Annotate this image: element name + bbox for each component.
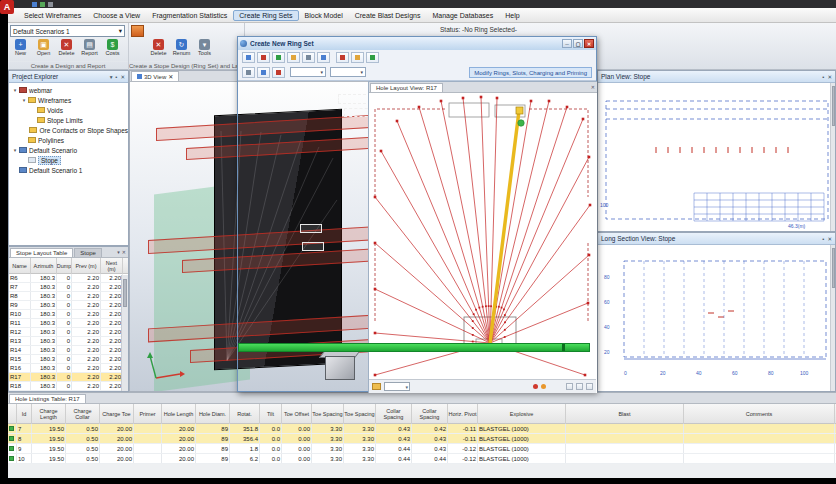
column-header-rotat-7[interactable]: Rotat.	[230, 404, 260, 424]
close-icon[interactable]: ✕	[122, 249, 126, 255]
column-header-explosive-15[interactable]: Explosive	[478, 404, 566, 424]
ribbon-icon[interactable]	[242, 67, 255, 78]
menu-tab-create-ring-sets[interactable]: Create Ring Sets	[233, 10, 298, 21]
hole-row-10[interactable]: 1019.500.5020.0020.00896.20.00.003.303.3…	[8, 454, 836, 464]
dialog-titlebar[interactable]: Create New Ring Set ─ ▢ ✕	[238, 37, 596, 50]
create-ring-set-icon[interactable]	[131, 25, 144, 37]
long-section-drawing[interactable]: 80 60 40 20 0 20 40 60 80 100	[598, 245, 835, 391]
table-row-r8[interactable]: R8180.302.202.20	[9, 292, 128, 301]
footer-dropdown[interactable]: ▾	[384, 382, 410, 391]
column-header-blast-16[interactable]: Blast	[566, 404, 684, 424]
tree-item-polylines[interactable]: Polylines	[9, 135, 128, 145]
pin-icon[interactable]: ▪	[822, 74, 824, 80]
close-icon[interactable]: ✕	[827, 74, 832, 80]
toolbar-button-delete[interactable]: ✕Delete	[147, 39, 170, 60]
column-header-hole-diam-6[interactable]: Hole Diam.	[196, 404, 230, 424]
footer-tool-icon[interactable]	[586, 383, 593, 390]
close-icon[interactable]: ✕	[591, 84, 595, 90]
table-row-r7[interactable]: R7180.302.202.20	[9, 283, 128, 292]
hole-row-8[interactable]: 819.500.5020.0020.0089356.40.00.003.303.…	[8, 434, 836, 444]
tab-stope-layout-table[interactable]: Stope Layout Table	[10, 248, 73, 257]
menu-tab-block-model[interactable]: Block Model	[299, 10, 349, 21]
column-header-prev-m[interactable]: Prev (m)	[72, 258, 101, 274]
ring-position-bar[interactable]	[238, 343, 590, 352]
column-header-azimuth[interactable]: Azimuth	[31, 258, 57, 274]
plan-view-drawing[interactable]: 100 46.3(m)	[598, 83, 835, 231]
tree-item-webmar[interactable]: ▾webmar	[9, 85, 128, 95]
toolbar-button-report[interactable]: ▤Report	[78, 39, 101, 60]
chevron-down-icon[interactable]: ▾	[110, 74, 113, 80]
column-header-name[interactable]: Name	[9, 258, 31, 274]
expand-icon[interactable]: ▾	[11, 87, 19, 93]
toolbar-button-new[interactable]: +New	[9, 39, 32, 60]
tree-item-stope-limits[interactable]: Stope Limits	[9, 115, 128, 125]
long-section-scrollbar[interactable]	[830, 245, 835, 391]
chevron-down-icon[interactable]: ▾	[117, 249, 120, 255]
column-header-toe-spacing-11[interactable]: Toe Spacing	[344, 404, 376, 424]
table-row-r14[interactable]: R14180.302.202.20	[9, 346, 128, 355]
pin-icon[interactable]: ▪	[822, 236, 824, 242]
table-row-r12[interactable]: R12180.302.202.20	[9, 328, 128, 337]
charge-color-icon[interactable]	[533, 384, 538, 389]
tree-item-default-scenario-1[interactable]: Default Scenario 1	[9, 165, 128, 175]
column-header-charge-collar-2[interactable]: Charge Collar	[66, 404, 100, 424]
menu-tab-help[interactable]: Help	[499, 10, 525, 21]
table-row-r18[interactable]: R18180.302.202.20	[9, 382, 128, 391]
ribbon-icon[interactable]	[242, 52, 255, 63]
column-header-next-m[interactable]: Next (m)	[101, 258, 123, 274]
ribbon-icon[interactable]	[351, 52, 364, 63]
table-row-r17[interactable]: R17180.302.202.20	[9, 373, 128, 382]
column-header-collar-spacing-12[interactable]: Collar Spacing	[376, 404, 412, 424]
table-row-r13[interactable]: R13180.302.202.20	[9, 337, 128, 346]
tab-stope[interactable]: Stope	[74, 248, 102, 257]
tree-item-default-scenario[interactable]: ▾Default Scenario	[9, 145, 128, 155]
minimize-button[interactable]: ─	[562, 39, 572, 48]
menu-tab-choose-a-view[interactable]: Choose a View	[87, 10, 146, 21]
folder-icon[interactable]	[372, 383, 381, 390]
close-icon[interactable]: ✕	[168, 73, 173, 80]
ring-design-canvas[interactable]	[369, 93, 596, 380]
column-header-toe-offset-9[interactable]: Toe Offset	[282, 404, 312, 424]
close-icon[interactable]: ✕	[827, 236, 832, 242]
plan-view-scrollbar[interactable]	[830, 83, 835, 231]
toolbar-button-delete[interactable]: ✕Delete	[55, 39, 78, 60]
expand-icon[interactable]: ▾	[11, 147, 19, 153]
hole-row-9[interactable]: 919.500.5020.0020.00891.80.00.003.303.30…	[8, 444, 836, 454]
column-header-id-0[interactable]: Id	[17, 404, 32, 424]
ribbon-icon[interactable]	[287, 52, 300, 63]
stope-table-scrollbar[interactable]	[121, 275, 128, 391]
ring-canvas-svg[interactable]	[369, 93, 596, 380]
menu-tab-create-blast-designs[interactable]: Create Blast Designs	[349, 10, 427, 21]
table-row-r16[interactable]: R16180.302.202.20	[9, 364, 128, 373]
pin-icon[interactable]: ▪	[115, 74, 117, 80]
close-icon[interactable]: ✕	[120, 74, 125, 80]
menu-tab-fragmentation-statistics[interactable]: Fragmentation Statistics	[146, 10, 233, 21]
ribbon-icon[interactable]	[336, 52, 349, 63]
toolbar-button-tools[interactable]: ▾Tools	[193, 39, 216, 60]
tree-item-ore-contacts-or-stope-shapes[interactable]: Ore Contacts or Stope Shapes	[9, 125, 128, 135]
app-logo-icon[interactable]: A	[0, 0, 14, 14]
tab-hole-listings[interactable]: Hole Listings Table: R17	[9, 394, 86, 403]
column-header-primer-4[interactable]: Primer	[134, 404, 162, 424]
ribbon-icon[interactable]	[257, 67, 270, 78]
ribbon-icon[interactable]	[272, 52, 285, 63]
tree-item-voids[interactable]: Voids	[9, 105, 128, 115]
tab-hole-layout-view[interactable]: Hole Layout View: R17	[370, 83, 443, 92]
scenario-dropdown[interactable]: Default Scenarios 1 ▾	[10, 25, 125, 37]
maximize-button[interactable]: ▢	[573, 39, 583, 48]
column-header-charge-length-1[interactable]: Charge Length	[32, 404, 66, 424]
column-header-hole-length-5[interactable]: Hole Length	[162, 404, 196, 424]
toolbar-button-renum[interactable]: ↻Renum	[170, 39, 193, 60]
tree-item-wireframes[interactable]: ▾Wireframes	[9, 95, 128, 105]
quick-access-icon[interactable]	[32, 2, 37, 7]
column-header-collar-spacing-13[interactable]: Collar Spacing	[412, 404, 448, 424]
ribbon-icon[interactable]	[317, 52, 330, 63]
column-header-comments-17[interactable]: Comments	[684, 404, 835, 424]
column-header-tilt-8[interactable]: Tilt	[260, 404, 282, 424]
footer-tool-icon[interactable]	[566, 383, 573, 390]
footer-tool-icon[interactable]	[576, 383, 583, 390]
close-button[interactable]: ✕	[584, 39, 594, 48]
table-row-r9[interactable]: R9180.302.202.20	[9, 301, 128, 310]
expand-icon[interactable]: ▾	[20, 97, 28, 103]
ribbon-icon[interactable]	[302, 52, 315, 63]
